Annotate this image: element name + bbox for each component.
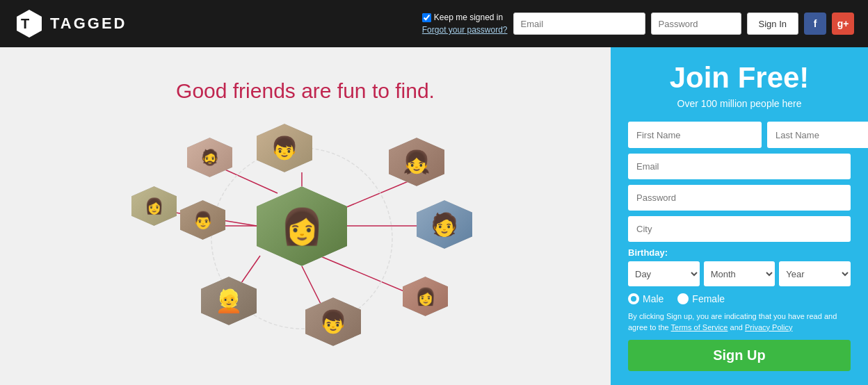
- header-email-input[interactable]: [513, 13, 645, 35]
- header: T TAGGED Keep me signed in Forgot your p…: [0, 0, 868, 47]
- month-select[interactable]: Month JanuaryFebruaryMarch AprilMayJune …: [704, 261, 775, 286]
- keep-signed-area: Keep me signed in Forgot your password?: [422, 13, 508, 35]
- left-avatar: 👨: [180, 200, 225, 240]
- logo-area: T TAGGED: [14, 8, 127, 39]
- facebook-login-button[interactable]: f: [804, 13, 826, 35]
- top-left-avatar: 👦: [257, 124, 312, 172]
- name-row: [628, 122, 851, 148]
- last-name-input[interactable]: [767, 122, 868, 148]
- bottom-left-avatar: 👱: [201, 277, 257, 325]
- male-option[interactable]: Male: [628, 293, 664, 304]
- right-avatar: 🧑: [417, 200, 472, 249]
- bottom-center-avatar: 👦: [305, 297, 361, 346]
- male-radio[interactable]: [628, 293, 639, 304]
- main-content: Good friends are fun to find.: [0, 47, 868, 385]
- logo-icon: T: [14, 8, 45, 39]
- terms-of-service-link[interactable]: Terms of Service: [671, 323, 728, 331]
- left-panel: Good friends are fun to find.: [0, 47, 611, 385]
- forgot-password-link[interactable]: Forgot your password?: [422, 25, 508, 35]
- day-select[interactable]: Day 12345 678910 1112131415 1617181920 2…: [628, 261, 700, 286]
- male-label: Male: [643, 293, 664, 304]
- header-auth-area: Keep me signed in Forgot your password? …: [422, 13, 854, 35]
- password-input[interactable]: [628, 185, 851, 211]
- join-title: Join Free!: [670, 61, 810, 95]
- bottom-right-avatar: 👩: [403, 277, 448, 316]
- year-select[interactable]: Year 200520001995 199019851980 197519701…: [779, 261, 851, 286]
- keep-signed-row: Keep me signed in: [422, 13, 503, 22]
- female-option[interactable]: Female: [677, 293, 725, 304]
- keep-signed-label: Keep me signed in: [434, 13, 503, 22]
- terms-text: By clicking Sign up, you are indicating …: [628, 311, 851, 333]
- privacy-policy-link[interactable]: Privacy Policy: [745, 323, 792, 331]
- first-name-input[interactable]: [628, 122, 762, 148]
- birthday-label: Birthday:: [628, 247, 851, 258]
- join-subtitle: Over 100 million people here: [677, 98, 802, 109]
- gender-row: Male Female: [628, 293, 851, 304]
- female-radio[interactable]: [677, 293, 689, 304]
- tagline: Good friends are fun to find.: [176, 79, 435, 103]
- logo-text: TAGGED: [50, 15, 127, 33]
- center-avatar: 👩: [257, 186, 347, 266]
- signup-button[interactable]: Sign Up: [628, 340, 851, 371]
- header-password-input[interactable]: [651, 13, 741, 35]
- female-label: Female: [692, 293, 725, 304]
- google-login-button[interactable]: g+: [832, 13, 854, 35]
- svg-text:T: T: [21, 16, 29, 31]
- top-right-avatar: 👧: [389, 138, 444, 186]
- join-panel: Join Free! Over 100 million people here …: [611, 47, 868, 385]
- signin-button[interactable]: Sign In: [747, 13, 798, 35]
- birthday-row: Day 12345 678910 1112131415 1617181920 2…: [628, 261, 851, 286]
- city-input[interactable]: [628, 216, 851, 242]
- social-network-graphic: 👩 👦 👧 🧑: [138, 117, 472, 353]
- keep-signed-checkbox[interactable]: [422, 13, 431, 22]
- far-left-avatar: 👩: [131, 186, 177, 226]
- email-input[interactable]: [628, 154, 851, 179]
- top-far-left-avatar: 🧔: [187, 138, 232, 177]
